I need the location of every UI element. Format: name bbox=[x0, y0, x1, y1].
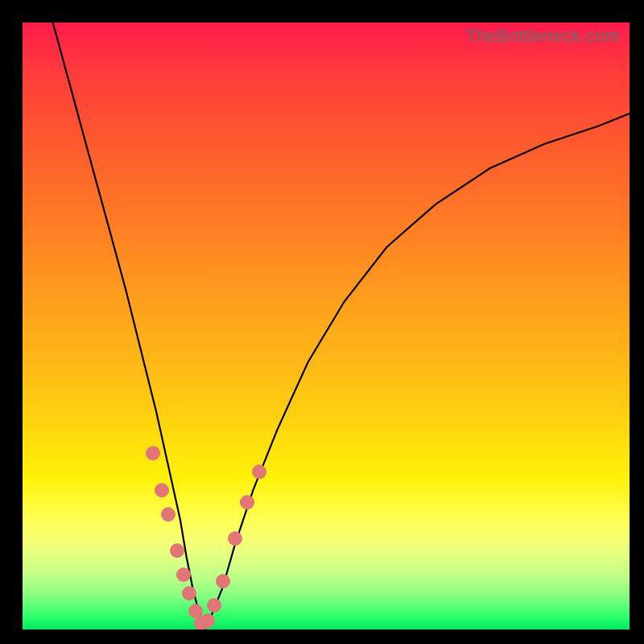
bottleneck-curve-path bbox=[53, 23, 630, 630]
data-marker bbox=[207, 598, 221, 613]
plot-area: TheBottleneck.com bbox=[23, 23, 630, 630]
data-marker bbox=[182, 586, 196, 601]
curve-svg bbox=[23, 23, 630, 630]
data-marker bbox=[155, 483, 169, 497]
chart-frame: TheBottleneck.com bbox=[0, 0, 644, 644]
data-marker bbox=[146, 446, 160, 460]
data-marker bbox=[170, 543, 184, 558]
data-marker bbox=[200, 613, 215, 628]
data-marker bbox=[228, 531, 242, 546]
data-marker bbox=[240, 495, 254, 510]
data-marker bbox=[176, 568, 191, 582]
data-marker bbox=[252, 464, 266, 479]
data-marker bbox=[161, 507, 175, 522]
data-marker bbox=[216, 574, 230, 588]
